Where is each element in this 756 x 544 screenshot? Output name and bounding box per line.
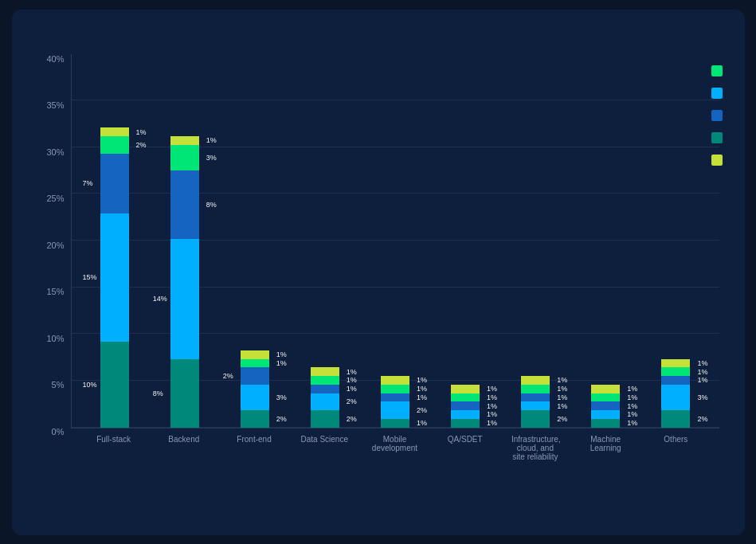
bar-stack-5: 1%1%1%1%1% [451,385,480,428]
bar-label-7-2: 1% [627,402,637,410]
bar-segment-6-0: 2% [521,410,550,428]
bar-segment-2-0: 2% [241,410,269,428]
bar-label-1-1: 14% [153,295,167,303]
bar-segment-0-3: 2% [100,136,129,154]
bar-group-4: 1%2%1%1%1% [381,376,409,428]
y-label-0: 0% [52,427,65,436]
bar-segment-4-3: 1% [381,385,409,393]
bar-segment-8-1: 3% [661,385,690,410]
bar-segment-2-4: 1% [241,350,269,359]
bar-label-2-0: 2% [276,415,287,423]
bar-stack-2: 2%3%2%1%1% [241,350,269,428]
bar-label-6-0: 2% [557,415,567,423]
bar-label-1-2: 8% [206,201,217,209]
bar-label-5-3: 1% [487,393,497,401]
chart-body: 10%15%7%2%1%8%14%8%3%1%2%3%2%1%1%2%2%1%1… [71,54,719,468]
bar-label-6-3: 1% [557,385,567,393]
bar-stack-1: 8%14%8%3%1% [170,136,199,428]
bar-label-1-3: 3% [206,154,217,162]
y-label-10: 10% [46,334,64,343]
bar-group-5: 1%1%1%1%1% [451,385,480,428]
bar-segment-8-2: 1% [661,376,690,385]
bar-segment-6-3: 1% [521,385,550,393]
bar-label-8-3: 1% [697,368,707,376]
bar-stack-6: 2%1%1%1%1% [521,376,550,428]
bars-row: 10%15%7%2%1%8%14%8%3%1%2%3%2%1%1%2%2%1%1… [72,54,719,428]
bar-segment-5-4: 1% [451,385,480,393]
x-label-0: Full-stack [90,435,138,444]
bar-label-0-3: 2% [136,141,147,149]
bar-label-6-4: 1% [557,376,567,384]
bar-segment-2-3: 1% [241,359,269,368]
bar-group-0: 10%15%7%2%1% [100,127,129,427]
bar-segment-2-1: 3% [241,385,269,410]
bar-segment-1-1: 14% [170,239,199,359]
x-label-7: Machine Learning [582,435,629,452]
bar-segment-3-0: 2% [311,410,339,428]
x-label-2: Front-end [230,435,278,444]
bar-label-5-2: 1% [487,402,497,410]
bar-label-3-3: 1% [347,376,357,384]
bar-label-3-2: 1% [347,385,357,393]
bar-group-6: 2%1%1%1%1% [521,376,550,428]
bar-label-4-1: 2% [417,406,427,414]
bar-stack-0: 10%15%7%2%1% [100,127,129,427]
y-label-5: 5% [52,380,65,389]
bar-label-7-3: 1% [627,393,637,401]
bar-label-4-3: 1% [417,385,427,393]
bar-group-2: 2%3%2%1%1% [241,350,269,428]
bar-label-0-1: 15% [83,273,97,281]
y-axis: 40% 35% 30% 25% 20% 15% 10% 5% 0% [37,54,71,468]
bar-label-7-0: 1% [627,419,637,427]
bar-group-8: 2%3%1%1%1% [661,359,690,428]
x-labels: Full-stackBackendFront-endData ScienceMo… [71,429,719,468]
bar-label-3-1: 2% [347,397,357,405]
bar-label-3-0: 2% [347,415,357,423]
y-label-40: 40% [46,54,64,64]
bar-stack-7: 1%1%1%1%1% [591,385,620,428]
y-label-35: 35% [46,100,64,110]
bar-stack-8: 2%3%1%1%1% [661,359,690,428]
bar-segment-3-2: 1% [311,385,339,393]
bar-segment-3-4: 1% [311,367,339,376]
x-label-4: Mobile development [370,435,418,452]
bar-label-7-1: 1% [627,410,637,418]
bar-label-8-2: 1% [697,376,707,384]
bar-label-0-0: 10% [83,381,97,389]
y-label-25: 25% [46,194,64,203]
bar-label-3-4: 1% [347,368,357,376]
bar-segment-7-3: 1% [591,393,620,402]
x-label-5: QA/SDET [441,435,489,444]
bar-group-7: 1%1%1%1%1% [591,385,620,428]
bar-segment-1-0: 8% [170,359,199,428]
x-label-6: Infrastructure, cloud, and site reliabil… [511,435,559,461]
bar-label-1-0: 8% [153,389,163,397]
bar-segment-5-1: 1% [451,410,480,419]
bar-segment-2-2: 2% [241,367,269,385]
chart-container: 40% 35% 30% 25% 20% 15% 10% 5% 0% [12,10,745,535]
y-label-20: 20% [46,241,64,250]
bar-segment-7-4: 1% [591,385,620,393]
x-label-3: Data Science [300,435,348,444]
bar-label-4-2: 1% [417,393,427,401]
bar-segment-5-0: 1% [451,419,480,428]
x-label-1: Backend [160,435,208,444]
bar-group-1: 8%14%8%3%1% [170,136,199,428]
bar-segment-1-2: 8% [170,170,199,239]
bar-stack-3: 2%2%1%1%1% [311,367,339,427]
bar-segment-4-2: 1% [381,393,409,402]
bar-label-0-4: 1% [136,128,147,136]
bar-label-4-0: 1% [417,419,427,427]
bar-segment-7-2: 1% [591,401,620,410]
bar-group-3: 2%2%1%1%1% [311,367,339,427]
bar-segment-3-3: 1% [311,376,339,385]
bar-label-2-1: 3% [276,393,287,401]
bar-label-4-4: 1% [417,376,427,384]
bar-segment-0-4: 1% [100,127,129,136]
bar-segment-5-3: 1% [451,393,480,402]
bar-segment-6-2: 1% [521,393,550,402]
bar-stack-4: 1%2%1%1%1% [381,376,409,428]
y-label-30: 30% [46,147,64,157]
bar-segment-1-4: 1% [170,136,199,145]
bar-segment-8-3: 1% [661,367,690,376]
